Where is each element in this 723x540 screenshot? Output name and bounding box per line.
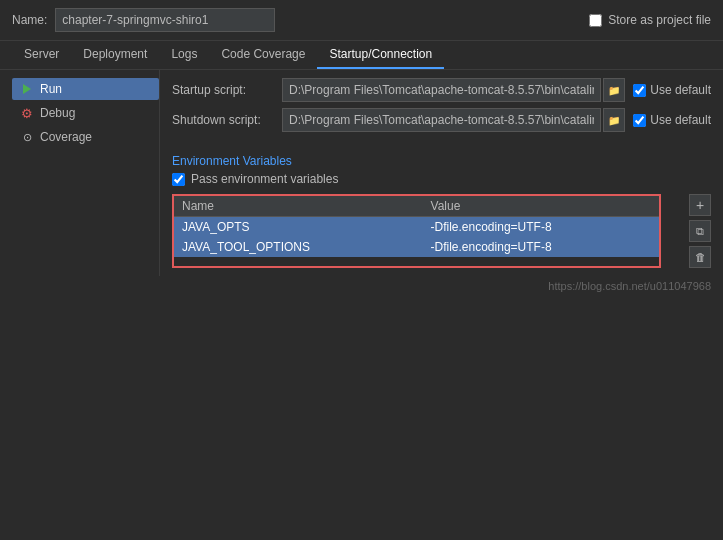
tab-deployment[interactable]: Deployment [71, 41, 159, 69]
row-name: JAVA_OPTS [174, 217, 423, 238]
col-header-value: Value [423, 196, 659, 217]
run-label: Run [40, 82, 62, 96]
env-section-title: Environment Variables [172, 154, 711, 168]
tab-logs[interactable]: Logs [159, 41, 209, 69]
shutdown-folder-button[interactable]: 📁 [603, 108, 625, 132]
header: Name: Store as project file [0, 0, 723, 41]
env-table: Name Value JAVA_OPTS -Dfile.encoding=UTF… [174, 196, 659, 257]
shutdown-use-default-label: Use default [650, 113, 711, 127]
debug-label: Debug [40, 106, 75, 120]
startup-input[interactable] [282, 78, 601, 102]
startup-folder-button[interactable]: 📁 [603, 78, 625, 102]
env-table-container: Name Value JAVA_OPTS -Dfile.encoding=UTF… [172, 194, 661, 268]
table-row[interactable]: JAVA_OPTS -Dfile.encoding=UTF-8 [174, 217, 659, 238]
col-header-name: Name [174, 196, 423, 217]
row-name: JAVA_TOOL_OPTIONS [174, 237, 423, 257]
left-panel: Run ⚙ Debug ⊙ Coverage [0, 70, 160, 276]
name-label: Name: [12, 13, 47, 27]
shutdown-label: Shutdown script: [172, 113, 282, 127]
menu-item-run[interactable]: Run [12, 78, 159, 100]
tab-startup-connection[interactable]: Startup/Connection [317, 41, 444, 69]
tabs-bar: Server Deployment Logs Code Coverage Sta… [0, 41, 723, 70]
startup-label: Startup script: [172, 83, 282, 97]
pass-env-label: Pass environment variables [191, 172, 338, 186]
tab-server[interactable]: Server [12, 41, 71, 69]
run-icon [20, 82, 34, 96]
copy-env-button[interactable]: ⧉ [689, 220, 711, 242]
shutdown-row: Shutdown script: 📁 Use default [172, 108, 711, 132]
env-pass-row: Pass environment variables [172, 172, 711, 186]
watermark-text: https://blog.csdn.net/u011047968 [548, 280, 711, 292]
startup-use-default: Use default [633, 83, 711, 97]
watermark: https://blog.csdn.net/u011047968 [0, 276, 723, 296]
debug-icon: ⚙ [20, 106, 34, 120]
body-content: Run ⚙ Debug ⊙ Coverage Startup script: 📁… [0, 70, 723, 276]
coverage-icon: ⊙ [20, 130, 34, 144]
menu-item-coverage[interactable]: ⊙ Coverage [12, 126, 159, 148]
add-env-button[interactable]: + [689, 194, 711, 216]
row-value: -Dfile.encoding=UTF-8 [423, 237, 659, 257]
shutdown-use-default-checkbox[interactable] [633, 114, 646, 127]
delete-env-button[interactable]: 🗑 [689, 246, 711, 268]
table-row[interactable]: JAVA_TOOL_OPTIONS -Dfile.encoding=UTF-8 [174, 237, 659, 257]
menu-item-debug[interactable]: ⚙ Debug [12, 102, 159, 124]
tab-code-coverage[interactable]: Code Coverage [209, 41, 317, 69]
right-panel: Startup script: 📁 Use default Shutdown s… [160, 70, 723, 276]
store-project-checkbox[interactable] [589, 14, 602, 27]
table-area: Name Value JAVA_OPTS -Dfile.encoding=UTF… [172, 194, 711, 268]
name-input[interactable] [55, 8, 275, 32]
startup-use-default-label: Use default [650, 83, 711, 97]
store-project-label: Store as project file [608, 13, 711, 27]
row-value: -Dfile.encoding=UTF-8 [423, 217, 659, 238]
pass-env-checkbox[interactable] [172, 173, 185, 186]
coverage-label: Coverage [40, 130, 92, 144]
shutdown-input[interactable] [282, 108, 601, 132]
startup-row: Startup script: 📁 Use default [172, 78, 711, 102]
env-section: Environment Variables Pass environment v… [172, 146, 711, 268]
shutdown-use-default: Use default [633, 113, 711, 127]
table-side-buttons: + ⧉ 🗑 [689, 194, 711, 268]
startup-use-default-checkbox[interactable] [633, 84, 646, 97]
store-project-container: Store as project file [589, 13, 711, 27]
scripts-section: Startup script: 📁 Use default Shutdown s… [172, 78, 711, 138]
